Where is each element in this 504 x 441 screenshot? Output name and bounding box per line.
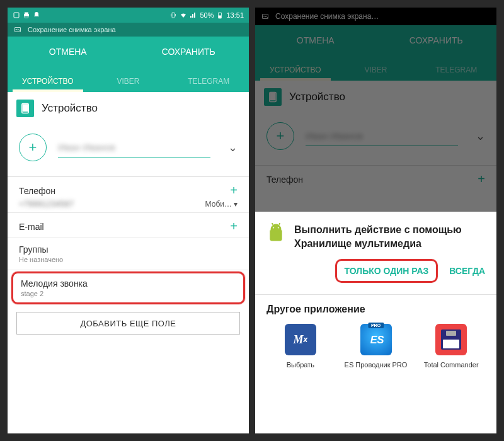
device-icon (16, 100, 34, 117)
es-explorer-icon: PRO ES (360, 324, 392, 355)
status-bar: 50% 13:51 (8, 8, 249, 23)
name-input[interactable]: Иван Иванов (58, 137, 210, 158)
app-label: Total Commander (424, 360, 479, 369)
svg-rect-4 (172, 13, 175, 18)
sheet-title: Выполнить действие с помощью Хранилище м… (294, 223, 485, 250)
add-field-button[interactable]: ДОБАВИТЬ ЕЩЕ ПОЛЕ (16, 312, 240, 335)
screenshot-icon (13, 11, 20, 19)
phone-value-blurred[interactable]: +79991234567 (19, 199, 74, 209)
app-mx-select[interactable]: Mx Выбрать (266, 324, 335, 369)
svg-rect-0 (14, 13, 19, 18)
phone-label: Телефон (266, 175, 303, 185)
bell-icon (33, 11, 40, 19)
phone-field: Телефон + +79991234567 Моби… ▾ (8, 177, 249, 213)
signal-icon (190, 11, 197, 19)
ringtone-label: Мелодия звонка (21, 278, 236, 289)
svg-rect-6 (219, 16, 221, 18)
add-phone-button[interactable]: + (478, 172, 485, 186)
svg-rect-1 (25, 13, 28, 14)
section-header: Устройство (255, 81, 496, 113)
tab-viber[interactable]: VIBER (336, 66, 416, 81)
cancel-button[interactable]: ОТМЕНА (255, 35, 376, 45)
tab-viber[interactable]: VIBER (88, 77, 169, 92)
svg-rect-12 (270, 93, 275, 100)
app-total-commander[interactable]: Total Commander (417, 324, 485, 369)
intent-chooser-sheet: Выполнить действие с помощью Хранилище м… (255, 212, 496, 433)
ringtone-value: stage 2 (21, 290, 236, 297)
print-icon (23, 11, 30, 19)
cancel-button[interactable]: ОТМЕНА (8, 47, 129, 57)
phone-left: 50% 13:51 Сохранение снимка экрана ОТМЕН… (8, 8, 249, 433)
ringtone-field[interactable]: Мелодия звонка stage 2 (11, 272, 245, 304)
expand-name-icon[interactable]: ⌄ (228, 140, 238, 154)
android-icon (266, 223, 285, 242)
svg-rect-9 (23, 105, 28, 112)
image-icon (14, 26, 21, 33)
tab-bar: УСТРОЙСТВО VIBER TELEGRAM (8, 67, 249, 92)
section-title: Устройство (289, 91, 345, 103)
action-bar: ОТМЕНА СОХРАНИТЬ (255, 25, 496, 55)
always-button[interactable]: ВСЕГДА (449, 266, 485, 276)
battery-icon (216, 11, 224, 19)
divider (255, 294, 496, 295)
svg-point-13 (273, 227, 274, 229)
tab-telegram[interactable]: TELEGRAM (168, 77, 249, 92)
app-label: ES Проводник PRO (345, 360, 408, 369)
tab-telegram[interactable]: TELEGRAM (416, 66, 496, 81)
add-photo-button[interactable]: + (266, 122, 294, 150)
notification-text: Сохранение снимка экрана (28, 26, 116, 33)
tab-device[interactable]: УСТРОЙСТВО (8, 77, 88, 92)
tab-device[interactable]: УСТРОЙСТВО (255, 66, 336, 81)
svg-point-14 (278, 227, 279, 229)
notification-ticker: Сохранение снимка экрана (8, 23, 249, 37)
app-es-explorer[interactable]: PRO ES ES Проводник PRO (342, 324, 410, 369)
device-icon (264, 88, 282, 106)
notification-text: Сохранение снимка экрана… (275, 12, 379, 21)
groups-field[interactable]: Группы Не назначено (8, 238, 249, 270)
app-label: Выбрать (287, 360, 314, 369)
name-input[interactable]: Иван Иванов (306, 126, 458, 146)
name-value-blurred: Иван Иванов (306, 130, 363, 141)
dual-screenshot-container: 50% 13:51 Сохранение снимка экрана ОТМЕН… (0, 0, 504, 441)
phone-right: Сохранение снимка экрана… ОТМЕНА СОХРАНИ… (255, 8, 496, 433)
vibrate-icon (169, 11, 177, 19)
add-phone-button[interactable]: + (230, 183, 238, 198)
total-commander-icon (435, 324, 467, 355)
sheet-actions: ТОЛЬКО ОДИН РАЗ ВСЕГДА (266, 259, 485, 283)
tab-bar: УСТРОЙСТВО VIBER TELEGRAM (255, 55, 496, 81)
apps-row: Mx Выбрать PRO ES ES Проводник PRO Total… (266, 324, 485, 369)
section-header: Устройство (8, 92, 249, 125)
battery-text: 50% (200, 11, 214, 19)
other-apps-title: Другое приложение (266, 304, 485, 315)
svg-text:ES: ES (370, 334, 384, 345)
just-once-button[interactable]: ТОЛЬКО ОДИН РАЗ (335, 259, 438, 283)
name-row: + Иван Иванов ⌄ (255, 113, 496, 166)
save-button[interactable]: СОХРАНИТЬ (376, 35, 497, 45)
expand-name-icon[interactable]: ⌄ (476, 129, 485, 143)
phone-field-clipped: Телефон + (255, 166, 496, 186)
action-bar: ОТМЕНА СОХРАНИТЬ (8, 37, 249, 67)
notification-ticker-dark: Сохранение снимка экрана… (255, 8, 496, 25)
phone-label: Телефон (19, 186, 55, 196)
mx-icon: Mx (285, 324, 316, 355)
name-row: + Иван Иванов ⌄ (8, 125, 249, 177)
email-field[interactable]: E-mail + (8, 213, 249, 238)
groups-label: Группы (19, 244, 238, 255)
wifi-icon (180, 11, 187, 19)
phone-type-selector[interactable]: Моби… ▾ (205, 200, 238, 209)
section-title: Устройство (42, 102, 98, 115)
add-photo-button[interactable]: + (19, 134, 47, 161)
dropdown-icon: ▾ (234, 200, 238, 209)
save-button[interactable]: СОХРАНИТЬ (129, 47, 249, 57)
clock-text: 13:51 (226, 11, 244, 19)
add-email-button[interactable]: + (230, 219, 238, 234)
email-label: E-mail (19, 222, 44, 232)
image-icon (261, 13, 269, 20)
name-value-blurred: Иван Иванов (58, 142, 115, 152)
groups-value: Не назначено (19, 256, 238, 263)
